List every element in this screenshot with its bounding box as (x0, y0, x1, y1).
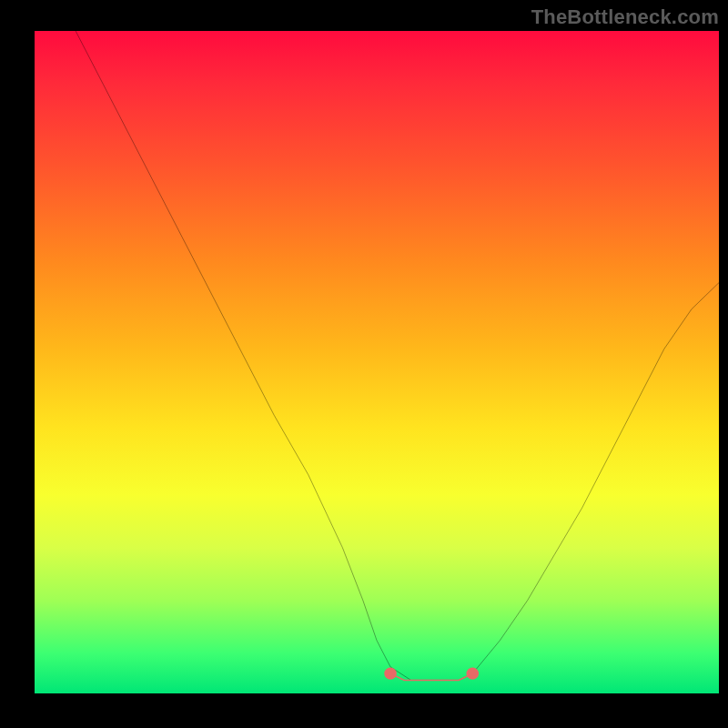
floor-band-dot-right (467, 668, 480, 680)
chart-frame: TheBottleneck.com (0, 0, 728, 728)
black-curve-path (76, 31, 719, 680)
floor-band-dot-left (384, 668, 397, 680)
plot-area (35, 31, 719, 693)
floor-band-path (390, 673, 472, 680)
watermark-label: TheBottleneck.com (531, 5, 719, 29)
chart-svg (35, 31, 719, 693)
